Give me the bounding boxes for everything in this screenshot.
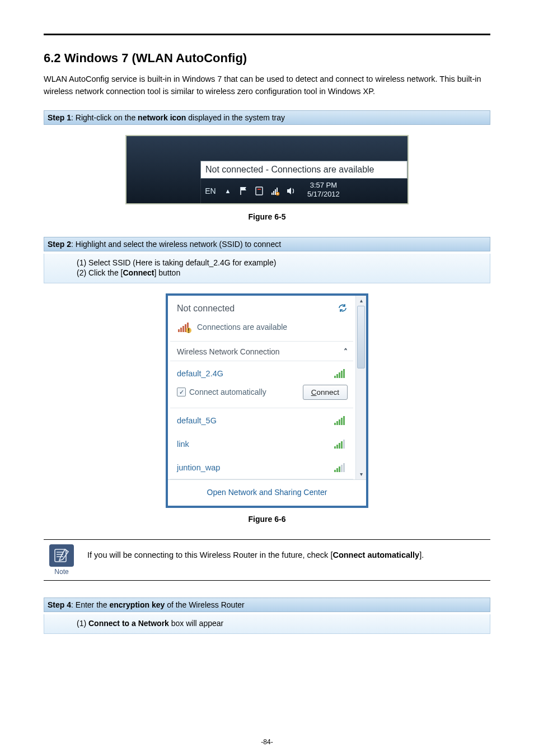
note-text: If you will be connecting to this Wirele… bbox=[79, 540, 490, 580]
page-number: -84- bbox=[0, 738, 534, 746]
step1-prefix: Step 1 bbox=[48, 113, 71, 122]
figure-6-6-caption: Figure 6-6 bbox=[44, 515, 490, 524]
svg-rect-14 bbox=[188, 332, 189, 333]
network-item[interactable]: juntion_wap bbox=[168, 455, 355, 479]
svg-rect-21 bbox=[336, 421, 338, 425]
svg-rect-19 bbox=[343, 369, 345, 378]
svg-rect-30 bbox=[334, 470, 336, 472]
signal-strength-icon bbox=[333, 438, 348, 450]
page-top-rule bbox=[44, 34, 490, 35]
signal-strength-icon bbox=[333, 368, 348, 379]
signal-strength-icon bbox=[333, 462, 348, 473]
figure-6-5: Not connected - Connections are availabl… bbox=[44, 135, 490, 206]
svg-rect-1 bbox=[257, 189, 261, 190]
network-flyout: Not connected bbox=[166, 293, 368, 508]
volume-icon[interactable] bbox=[286, 186, 296, 196]
figure-6-6: Not connected bbox=[44, 293, 490, 508]
step2-line2: (2) Click the [Connect] button bbox=[77, 268, 485, 277]
scroll-up-icon[interactable]: ▴ bbox=[356, 296, 366, 306]
checkbox-icon: ✓ bbox=[177, 388, 186, 396]
network-list: default_2.4G✓Connect automaticallyConnec… bbox=[168, 361, 355, 479]
svg-rect-16 bbox=[336, 374, 338, 378]
network-item[interactable]: link bbox=[168, 432, 355, 455]
language-indicator[interactable]: EN bbox=[200, 179, 220, 203]
flyout-availability: Connections are available bbox=[197, 323, 287, 332]
step2-bar: Step 2: Highlight and select the wireles… bbox=[44, 237, 490, 251]
svg-rect-28 bbox=[341, 441, 343, 449]
svg-rect-26 bbox=[336, 445, 338, 449]
step4-text-b: of the Wireless Router bbox=[165, 600, 244, 609]
step2-text: : Highlight and select the wireless netw… bbox=[71, 240, 281, 249]
step4-subbar: (1) Connect to a Network box will appear bbox=[44, 614, 490, 634]
tray-expand-arrow-icon[interactable]: ▲ bbox=[220, 179, 236, 203]
flag-icon[interactable] bbox=[239, 186, 249, 196]
step4-text-a: : Enter the bbox=[71, 600, 109, 609]
svg-rect-7 bbox=[178, 329, 180, 332]
clock-date: 5/17/2012 bbox=[307, 190, 340, 199]
network-item[interactable]: default_5G bbox=[168, 408, 355, 432]
refresh-icon[interactable] bbox=[338, 304, 348, 314]
tray-icons bbox=[236, 179, 299, 203]
svg-rect-33 bbox=[341, 465, 343, 472]
svg-rect-32 bbox=[339, 466, 340, 472]
step2-line1: (1) Select SSID (Here is taking default_… bbox=[77, 258, 485, 267]
connect-automatically-checkbox[interactable]: ✓Connect automatically bbox=[177, 388, 266, 396]
network-item-controls: ✓Connect automaticallyConnect bbox=[168, 385, 355, 408]
intro-paragraph: WLAN AutoConfig service is built-in in W… bbox=[44, 73, 490, 98]
clock-time: 3:57 PM bbox=[307, 181, 340, 190]
network-icon[interactable] bbox=[270, 186, 280, 196]
svg-rect-25 bbox=[334, 446, 336, 449]
signal-strength-icon bbox=[333, 415, 348, 426]
flyout-scrollbar[interactable]: ▴ ▾ bbox=[355, 296, 366, 479]
svg-rect-22 bbox=[339, 419, 340, 425]
svg-rect-4 bbox=[275, 189, 276, 195]
svg-rect-8 bbox=[180, 328, 182, 332]
open-network-center-link[interactable]: Open Network and Sharing Center bbox=[168, 479, 366, 506]
svg-rect-15 bbox=[334, 376, 336, 378]
scroll-thumb[interactable] bbox=[357, 306, 365, 368]
step4-bold-a: encryption key bbox=[110, 600, 165, 609]
svg-rect-13 bbox=[188, 328, 189, 331]
svg-rect-29 bbox=[343, 440, 345, 449]
svg-rect-24 bbox=[343, 416, 345, 425]
network-name: link bbox=[177, 440, 189, 449]
step1-text-a: : Right-click on the bbox=[71, 113, 138, 122]
svg-rect-34 bbox=[343, 463, 345, 472]
note-label: Note bbox=[54, 568, 68, 576]
step2-subbar: (1) Select SSID (Here is taking default_… bbox=[44, 254, 490, 283]
flyout-section-label: Wireless Network Connection bbox=[177, 347, 280, 356]
svg-rect-17 bbox=[339, 372, 340, 378]
connect-button[interactable]: Connect bbox=[303, 385, 348, 400]
flyout-title: Not connected bbox=[177, 304, 235, 314]
scroll-down-icon[interactable]: ▾ bbox=[356, 469, 366, 479]
step4-bar: Step 4: Enter the encryption key of the … bbox=[44, 598, 490, 612]
step4-line1: (1) Connect to a Network box will appear bbox=[77, 619, 485, 628]
step1-text-b: displayed in the system tray bbox=[186, 113, 285, 122]
svg-rect-23 bbox=[341, 418, 343, 425]
svg-rect-18 bbox=[341, 371, 343, 378]
signal-warning-icon bbox=[177, 321, 193, 333]
step1-bar: Step 1: Right-click on the network icon … bbox=[44, 110, 490, 125]
network-item[interactable]: default_2.4G bbox=[168, 361, 355, 385]
note-box: Note If you will be connecting to this W… bbox=[44, 539, 490, 581]
svg-rect-0 bbox=[256, 187, 263, 195]
step1-bold-a: network icon bbox=[138, 113, 186, 122]
note-icon bbox=[49, 544, 74, 567]
action-center-icon[interactable] bbox=[255, 186, 265, 196]
svg-rect-9 bbox=[182, 326, 184, 332]
svg-rect-27 bbox=[339, 443, 340, 449]
connect-automatically-label: Connect automatically bbox=[189, 388, 266, 396]
svg-rect-3 bbox=[273, 191, 274, 195]
network-name: default_5G bbox=[177, 416, 217, 425]
svg-rect-20 bbox=[334, 423, 336, 425]
taskbar-clock[interactable]: 3:57 PM 5/17/2012 bbox=[299, 179, 345, 203]
step2-prefix: Step 2 bbox=[48, 240, 71, 249]
step4-prefix: Step 4 bbox=[48, 600, 71, 609]
chevron-up-icon[interactable]: ˄ bbox=[344, 347, 348, 356]
taskbar-tooltip: Not connected - Connections are availabl… bbox=[200, 161, 407, 179]
section-heading: 6.2 Windows 7 (WLAN AutoConfig) bbox=[44, 51, 490, 66]
taskbar: Not connected - Connections are availabl… bbox=[125, 135, 409, 204]
network-name: juntion_wap bbox=[177, 463, 220, 472]
svg-rect-2 bbox=[271, 193, 273, 195]
svg-rect-31 bbox=[336, 468, 338, 472]
